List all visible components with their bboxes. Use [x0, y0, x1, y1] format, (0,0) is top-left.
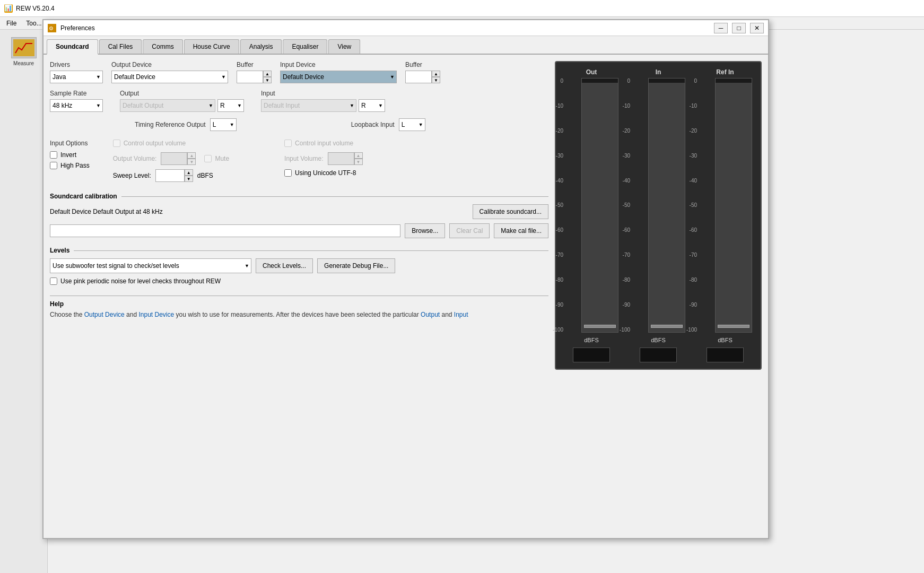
sweep-level-input[interactable]: -12,0 — [155, 169, 185, 182]
vu-out-scale: 0-10-20-30 -40-50-60-70 -80-90-100 — [550, 78, 563, 333]
cal-section-label: Soundcard calibration — [50, 193, 117, 200]
loopback-label: Loopback Input — [351, 121, 395, 128]
help-section: Help Choose the Output Device and Input … — [50, 296, 548, 319]
tab-calfiles[interactable]: Cal Files — [99, 39, 142, 54]
help-input-link[interactable]: Input Device — [138, 311, 174, 318]
output-channel-lr-wrapper: R L — [217, 99, 244, 112]
tabs-container: Soundcard Cal Files Comms House Curve An… — [43, 36, 768, 55]
input-vol-input[interactable]: 0,25 — [328, 152, 354, 165]
invert-checkbox[interactable] — [50, 151, 57, 159]
prefs-icon: ⚙ — [48, 24, 56, 32]
high-pass-checkbox[interactable] — [50, 162, 57, 169]
prefs-title: Preferences — [60, 24, 710, 32]
cal-header: Default Device Default Output at 48 kHz … — [50, 204, 548, 219]
vu-meters-panel: Out 0-10-20-30 -40-50-60-70 -80-90-100 — [555, 61, 762, 370]
sidebar-item-measure[interactable]: Measure — [2, 34, 45, 70]
loopback-select[interactable]: L R — [399, 118, 425, 131]
file-menu[interactable]: File — [2, 19, 21, 28]
input-buffer-up[interactable]: ▲ — [432, 71, 440, 77]
input-channel-label: Input — [261, 90, 385, 97]
input-buffer-down[interactable]: ▼ — [432, 77, 440, 83]
svg-rect-0 — [13, 39, 34, 56]
sweep-level-label: Sweep Level: — [113, 172, 151, 179]
tab-comms[interactable]: Comms — [143, 39, 182, 54]
sweep-level-up[interactable]: ▲ — [185, 169, 193, 176]
tab-analysis[interactable]: Analysis — [240, 39, 282, 54]
output-channel-lr-select[interactable]: R L — [217, 99, 244, 112]
timing-ref-select[interactable]: L R — [210, 118, 237, 131]
input-buffer-group: Buffer 32k ▲ ▼ — [405, 61, 440, 83]
sweep-level-down[interactable]: ▼ — [185, 176, 193, 182]
tab-soundcard[interactable]: Soundcard — [47, 39, 98, 55]
minimize-button[interactable]: ─ — [714, 23, 728, 33]
input-device-group: Input Device Default Device — [280, 61, 397, 83]
input-device-label: Input Device — [280, 61, 397, 68]
input-channel-lr-select[interactable]: R L — [359, 99, 385, 112]
control-input-vol-checkbox[interactable] — [284, 140, 292, 147]
input-options-label: Input Options — [50, 140, 88, 147]
vu-meter-ref-in: Ref In 0-10-20-30 -40-50-60-70 -80-90-10… — [694, 68, 756, 362]
vu-in-scale: 0-10-20-30 -40-50-60-70 -80-90-100 — [616, 78, 630, 333]
calibrate-soundcard-button[interactable]: Calibrate soundcard... — [473, 204, 548, 219]
input-buffer-label: Buffer — [405, 61, 440, 68]
output-buffer-up[interactable]: ▲ — [263, 71, 272, 77]
output-vol-input[interactable]: 0,50 — [161, 152, 187, 165]
svg-text:⚙: ⚙ — [49, 25, 54, 31]
input-vol-up[interactable]: ▲ — [354, 152, 363, 159]
levels-section-line — [74, 250, 548, 251]
high-pass-group: High Pass — [50, 162, 90, 169]
close-button[interactable]: ✕ — [750, 23, 764, 33]
browse-button[interactable]: Browse... — [405, 223, 445, 238]
drivers-select[interactable]: Java — [50, 71, 103, 83]
output-device-select[interactable]: Default Device — [111, 71, 228, 83]
devices-row: Drivers Java Output Device Default Dev — [50, 61, 548, 83]
output-vol-down[interactable]: ▼ — [187, 159, 196, 165]
pink-noise-checkbox[interactable] — [50, 277, 57, 285]
make-cal-file-button[interactable]: Make cal file... — [494, 223, 548, 238]
tab-housecurve[interactable]: House Curve — [184, 39, 239, 54]
vu-ref-in-track-container: 0-10-20-30 -40-50-60-70 -80-90-100 — [698, 78, 752, 333]
input-channel-name-select[interactable]: Default Input — [261, 99, 356, 112]
tab-view[interactable]: View — [328, 39, 360, 54]
output-buffer-input[interactable]: 32k — [237, 71, 263, 83]
input-buffer-spinner: 32k ▲ ▼ — [405, 71, 440, 83]
drivers-label: Drivers — [50, 61, 103, 68]
vu-in-indicator — [651, 325, 683, 328]
tab-equaliser[interactable]: Equaliser — [283, 39, 327, 54]
vu-ref-in-track — [715, 78, 752, 333]
input-device-select-wrapper: Default Device — [280, 71, 397, 83]
channels-row: Sample Rate 48 kHz Output — [50, 90, 548, 112]
output-channel-name-select[interactable]: Default Output — [120, 99, 215, 112]
levels-row: Use subwoofer test signal to check/set l… — [50, 258, 548, 273]
input-buffer-input[interactable]: 32k — [405, 71, 432, 83]
vu-ref-in-indicator — [718, 325, 749, 328]
help-input-link2[interactable]: Input — [454, 311, 468, 318]
settings-panel: Drivers Java Output Device Default Dev — [50, 61, 548, 370]
help-output-link[interactable]: Output Device — [84, 311, 125, 318]
help-output-link2[interactable]: Output — [421, 311, 440, 318]
check-levels-button[interactable]: Check Levels... — [256, 258, 313, 273]
vu-ref-in-bottom-bar — [707, 348, 744, 362]
input-vol-label: Input Volume: — [284, 155, 323, 162]
clear-cal-button[interactable]: Clear Cal — [449, 223, 490, 238]
cal-file-input[interactable]: None — [50, 224, 400, 237]
output-channel-label: Output — [120, 90, 244, 97]
mute-checkbox[interactable] — [204, 155, 212, 162]
content-area: Drivers Java Output Device Default Dev — [43, 55, 768, 376]
maximize-button[interactable]: □ — [732, 23, 746, 33]
output-buffer-group: Buffer 32k ▲ ▼ — [237, 61, 272, 83]
generate-debug-button[interactable]: Generate Debug File... — [317, 258, 395, 273]
control-output-vol-checkbox[interactable] — [113, 140, 120, 147]
sample-rate-select[interactable]: 48 kHz — [50, 99, 103, 112]
output-buffer-down[interactable]: ▼ — [263, 77, 272, 83]
output-vol-up[interactable]: ▲ — [187, 152, 196, 159]
input-device-select[interactable]: Default Device — [280, 71, 397, 83]
output-device-label: Output Device — [111, 61, 228, 68]
input-vol-down[interactable]: ▼ — [354, 159, 363, 165]
unicode-checkbox[interactable] — [284, 169, 292, 177]
app-icon: 📊 — [4, 4, 13, 13]
cal-file-row: None Browse... Clear Cal Make cal file..… — [50, 223, 548, 238]
help-text-mid: and — [125, 311, 139, 318]
levels-select[interactable]: Use subwoofer test signal to check/set l… — [50, 258, 251, 273]
vu-in-bottom-bar — [640, 348, 677, 362]
